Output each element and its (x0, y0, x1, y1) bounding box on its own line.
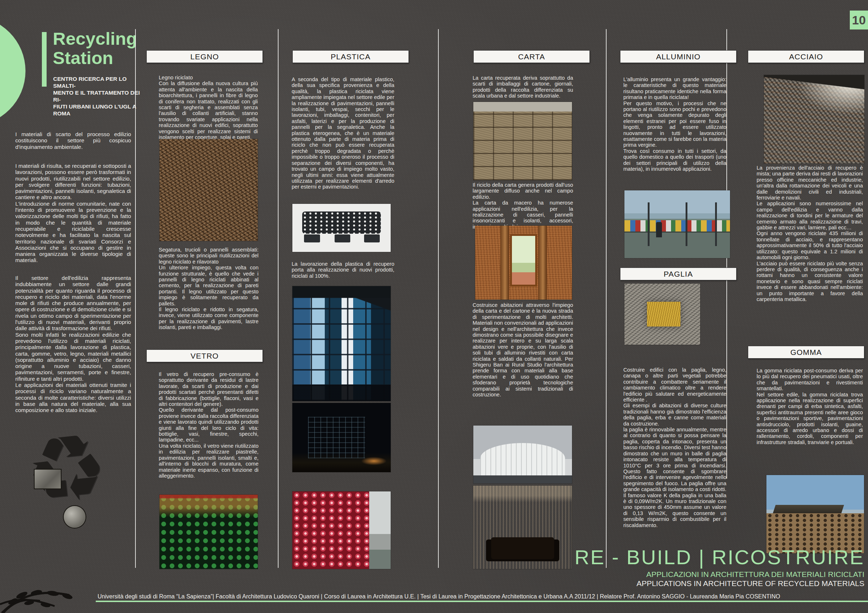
paragraph: Gli esempi di abitazioni di diverse cult… (623, 402, 726, 427)
section-header-carta: CARTA (473, 50, 590, 63)
street-scene-strip (369, 491, 391, 569)
pole-shape (715, 203, 717, 246)
paragraph: Una volta riciclato, il vetro viene riut… (159, 443, 259, 479)
poster: Recycling Station CENTRO RICERCA PER LO … (0, 0, 868, 613)
pallet-leg-shape (364, 234, 380, 242)
poster-subtitle-line: CENTRO RICERCA PER LO SMALTI- (53, 75, 148, 89)
legno-text-1: Legno riciclato Con la diffusione della … (159, 74, 258, 140)
column-separator (438, 29, 439, 568)
alluminio-text: L'alluminio presenta un grande vantaggio… (623, 76, 726, 172)
paragraph: A seconda del tipo di materiale plastico… (291, 76, 394, 190)
warm-light-glow (361, 457, 387, 465)
paragraph: Sono molti infatti le realizzazioni edil… (15, 331, 131, 382)
plastica-cube-photo (292, 403, 391, 472)
carta-paper-bales-photo (473, 102, 572, 180)
pallet-deck-shape (302, 212, 381, 234)
paragraph: Per questo motivo, i processi che ne por… (623, 101, 726, 148)
paragraph: I materiali di risulta, se recuperati e … (15, 163, 131, 201)
pallet-leg-shape (335, 234, 350, 242)
paragraph: la paglia è rinnovabile annualmente, men… (623, 427, 726, 528)
section-header-gomma: GOMMA (748, 346, 864, 359)
legno-woodchips-photo (160, 139, 258, 241)
glowing-cube-shape (308, 417, 365, 458)
gomma-tire-house-photo (766, 475, 864, 553)
section-header-vetro: VETRO (146, 350, 263, 362)
carta-paper-wall-door-photo (475, 226, 572, 300)
wood-post-shape (538, 226, 547, 300)
curved-pavilion-shape (480, 443, 565, 475)
acciaio-scrap-photo (764, 75, 864, 163)
footer-subtitle-english: APPLICATIONS IN ARCHITECTURE OF RECYCLED… (428, 579, 864, 588)
poster-title-line1: Recycling (53, 29, 177, 48)
paragraph: L'alluminio presenta un grande vantaggio… (623, 76, 726, 101)
legno-text-2: Segatura, trucioli o pannelli assemblati… (159, 247, 259, 331)
paragraph: Il riciclo della carta genera prodotti d… (473, 182, 573, 200)
alluminio-yard-photo (625, 190, 730, 258)
carta-text-3: Costruisce abitazioni attraverso l'impie… (473, 302, 573, 398)
page-number-badge: 10 (850, 11, 868, 29)
straw-patch-shape (647, 302, 680, 326)
vetro-bottle-wall-photo (160, 495, 258, 569)
paragraph: Legno riciclato (159, 74, 258, 80)
column-separator (278, 29, 279, 568)
section-header-plastica: PLASTICA (292, 50, 409, 63)
footer-credits: Università degli studi di Roma “La Sapie… (98, 593, 780, 600)
column-separator (606, 29, 607, 568)
paragraph: Trova così consumo in tutti i settori, d… (623, 148, 726, 172)
section-header-paglia: PAGLIA (620, 268, 736, 280)
person-silhouette (656, 222, 662, 237)
section-header-alluminio: ALLUMINIO (620, 50, 736, 63)
pole-shape (648, 203, 649, 246)
pallet-leg-shape (304, 234, 320, 242)
poster-subtitle: CENTRO RICERCA PER LO SMALTI- MENTO E IL… (53, 75, 148, 117)
intro-block-3: Il settore dell'edilizia rappresenta ind… (15, 275, 131, 413)
paragraph: La provenienza dell'acciaio di recupero … (756, 165, 863, 201)
intro-block-2: I materiali di risulta, se recuperati e … (15, 163, 131, 263)
plastica-text-2: La lavorazione della plastica di recuper… (291, 261, 394, 279)
paragraph: L'acciaio può essere riciclato più volte… (756, 261, 863, 302)
paragraph: La carta da macero ha numerose applicazi… (473, 200, 573, 230)
paragraph: Con la diffusione della nuova cultura pi… (159, 80, 258, 140)
column-separator (135, 29, 136, 568)
section-header-acciaio: ACCIAIO (748, 50, 864, 63)
paragraph: La lavorazione della plastica di recuper… (291, 261, 394, 279)
plastica-text-1: A seconda del tipo di materiale plastico… (291, 76, 394, 190)
plastica-red-texture-photo (292, 491, 391, 569)
paragraph: Costruisce abitazioni attraverso l'impie… (473, 302, 573, 398)
paragraph: Il vetro di recupero pre-consumo è sopra… (159, 371, 259, 407)
plastica-facade-photo (292, 286, 391, 401)
acciaio-text: La provenienza dell'acciaio di recupero … (756, 165, 863, 302)
poster-subtitle-line: FIUTI URBANI LUNGO L'UGL A ROMA (53, 103, 148, 117)
paragraph: Nel settore edile, la gomma riciclata tr… (756, 392, 863, 446)
gomma-text: La gomma riciclata post-consumo deriva p… (756, 368, 863, 445)
paragraph: Segatura, trucioli o pannelli assemblati… (159, 247, 259, 265)
paglia-text: Costruire edifici con la paglia, legno, … (623, 367, 726, 528)
paragraph: Costruire edifici con la paglia, legno, … (623, 367, 726, 402)
paragraph: L'introduzione di norme comunitarie, nat… (15, 201, 131, 263)
paragraph: La carta recuperata deriva soprattutto d… (473, 75, 573, 99)
plastica-pallet-photo (292, 204, 391, 252)
paragraph: Ogni anno vengono riciclate 435 milioni … (756, 231, 863, 260)
carta-paper-building-photo (473, 426, 572, 483)
section-header-legno: LEGNO (146, 50, 263, 63)
poster-subtitle-line: MENTO E IL TRATTAMENTO DEI RI- (53, 89, 148, 103)
paragraph: I materiali di scarto del processo edili… (15, 131, 131, 150)
pole-shape (685, 203, 687, 246)
paragraph: Le applicazioni dei materiali ottenuti t… (15, 382, 131, 413)
paragraph: La gomma riciclata post-consumo deriva p… (756, 368, 863, 392)
footer-title: RE - BUILD | RICOSTRUIRE (428, 545, 864, 569)
barrel-row-shape (625, 220, 730, 232)
footer-subtitle-italian: APPLICAZIONI IN ARCHITETTURA DEI MATERIA… (428, 570, 864, 579)
title-accent-bar (42, 32, 46, 87)
recycle-photo-fragment (64, 506, 85, 528)
paragraph: Un ulteriore impiego, questa volta con f… (159, 265, 259, 306)
green-corner-circle (0, 16, 25, 125)
doorway-window-shape (512, 236, 535, 285)
building-roof-shape (773, 505, 844, 514)
intro-block-1: I materiali di scarto del processo edili… (15, 131, 131, 150)
footer-accent-line (96, 601, 868, 602)
paragraph: Il legno riciclato e ridotto in segatura… (159, 306, 259, 331)
paragraph: Le applicazioni sono numerosissime nel c… (756, 201, 863, 231)
carta-text-1: La carta recuperata deriva soprattutto d… (473, 75, 573, 99)
wood-post-shape (500, 226, 509, 300)
